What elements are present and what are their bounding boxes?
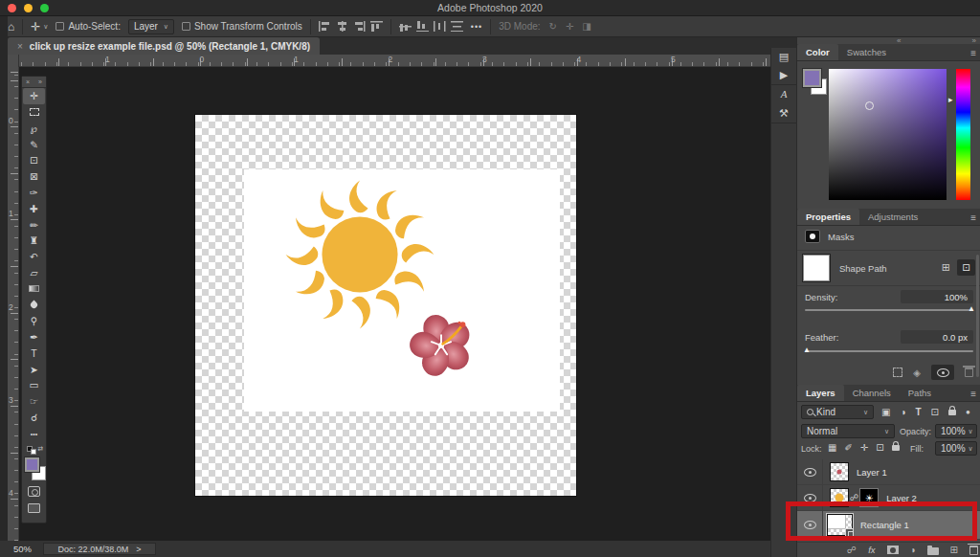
- quick-selection-tool[interactable]: ✎: [22, 136, 46, 152]
- density-slider-thumb[interactable]: ▲: [968, 304, 975, 313]
- link-layers-icon[interactable]: ☍: [847, 545, 857, 555]
- blend-mode-dropdown[interactable]: Normal ∨: [801, 424, 895, 438]
- lock-transparency-icon[interactable]: ▦: [828, 442, 836, 453]
- tab-adjustments[interactable]: Adjustments: [859, 209, 926, 225]
- delete-layer-icon[interactable]: [969, 546, 978, 555]
- 3d-orbit-icon[interactable]: ↻: [549, 21, 557, 32]
- current-tool-button[interactable]: ✛ ∨: [31, 21, 48, 33]
- zoom-level[interactable]: 50%: [13, 544, 32, 554]
- screen-mode-button[interactable]: [22, 500, 46, 516]
- filter-shape-layers-icon[interactable]: ⊡: [931, 407, 939, 417]
- tab-color[interactable]: Color: [797, 44, 838, 60]
- move-tool[interactable]: ✛: [23, 88, 45, 104]
- opacity-dropdown[interactable]: 100% ∨: [935, 424, 977, 438]
- auto-select-checkbox[interactable]: Auto-Select:: [56, 21, 120, 32]
- history-panel-icon[interactable]: ▤: [779, 51, 789, 63]
- new-adjustment-layer-icon[interactable]: ◑: [910, 545, 916, 555]
- expand-icon[interactable]: »: [38, 78, 42, 85]
- hand-tool[interactable]: ☞: [22, 393, 46, 410]
- tab-channels[interactable]: Channels: [844, 385, 900, 401]
- align-vertical-centers-icon[interactable]: [399, 21, 412, 32]
- new-layer-icon[interactable]: ⊞: [950, 545, 958, 555]
- lock-pixels-icon[interactable]: ✐: [844, 442, 852, 453]
- crop-tool[interactable]: ⊡: [22, 152, 46, 168]
- ruler-horizontal[interactable]: 1012345: [19, 55, 770, 67]
- lock-artboard-icon[interactable]: ⊡: [876, 442, 883, 453]
- home-icon[interactable]: ⌂: [8, 21, 14, 33]
- filter-type-layers-icon[interactable]: T: [916, 407, 922, 417]
- panel-menu-icon[interactable]: ≡: [970, 212, 976, 223]
- zoom-tool[interactable]: ☌: [22, 410, 46, 426]
- new-group-icon[interactable]: [927, 547, 939, 555]
- layer-style-icon[interactable]: fx: [868, 545, 875, 555]
- swap-colors-icon[interactable]: ⇄: [37, 445, 43, 453]
- filter-smart-objects-icon[interactable]: [948, 410, 956, 415]
- distribute-vertical-icon[interactable]: [451, 21, 463, 32]
- visibility-cell[interactable]: [797, 459, 823, 484]
- rectangle-tool[interactable]: ▭: [22, 377, 46, 393]
- history-brush-tool[interactable]: ↶: [22, 249, 46, 265]
- foreground-color-swatch[interactable]: [803, 69, 821, 87]
- distribute-horizontal-icon[interactable]: [434, 21, 446, 32]
- frame-tool[interactable]: ⊠: [22, 168, 46, 185]
- canvas-area[interactable]: [19, 67, 770, 541]
- align-options-more-button[interactable]: •••: [471, 22, 482, 32]
- add-mask-icon[interactable]: ⊞: [942, 261, 950, 274]
- default-colors-widget[interactable]: ⇄: [22, 444, 46, 456]
- feather-slider[interactable]: [805, 350, 973, 352]
- align-bottom-edges-icon[interactable]: [416, 21, 429, 32]
- show-transform-controls-checkbox[interactable]: Show Transform Controls: [182, 21, 302, 32]
- pen-tool[interactable]: ✒: [22, 329, 46, 345]
- eraser-tool[interactable]: ▱: [22, 265, 46, 281]
- dodge-tool[interactable]: ⚲: [22, 313, 46, 329]
- 3d-pan-icon[interactable]: ✛: [566, 21, 573, 32]
- feather-slider-thumb[interactable]: ▲: [803, 345, 811, 354]
- tab-properties[interactable]: Properties: [797, 209, 859, 225]
- brush-tool[interactable]: ✏: [22, 216, 46, 233]
- layer-1-thumbnail[interactable]: [830, 462, 849, 481]
- foreground-color-swatch[interactable]: [25, 457, 39, 472]
- hue-pointer-icon[interactable]: ▸: [948, 95, 953, 104]
- tool-presets-panel-icon[interactable]: ⚒: [779, 107, 789, 120]
- rectangular-marquee-tool[interactable]: [22, 104, 46, 121]
- density-value[interactable]: 100%: [901, 290, 973, 303]
- healing-brush-tool[interactable]: ✚: [22, 201, 46, 217]
- blur-tool[interactable]: [22, 297, 46, 313]
- tab-swatches[interactable]: Swatches: [838, 44, 895, 60]
- filter-pixel-layers-icon[interactable]: ▣: [881, 407, 890, 417]
- shape-path-thumbnail[interactable]: [803, 255, 830, 281]
- 3d-camera-icon[interactable]: ◨: [582, 21, 590, 32]
- eyedropper-tool[interactable]: ✑: [22, 185, 46, 201]
- layer-name[interactable]: Layer 1: [857, 467, 887, 478]
- close-tab-icon[interactable]: ×: [17, 41, 23, 52]
- hue-slider[interactable]: [956, 69, 970, 200]
- quick-mask-mode-button[interactable]: [22, 484, 46, 501]
- tab-layers[interactable]: Layers: [797, 385, 844, 401]
- lock-position-icon[interactable]: ✛: [860, 442, 868, 453]
- align-left-edges-icon[interactable]: [319, 21, 331, 32]
- filter-toggle-icon[interactable]: ●: [966, 408, 970, 416]
- clone-stamp-tool[interactable]: ♜: [22, 233, 46, 249]
- close-icon[interactable]: ×: [26, 78, 30, 85]
- type-tool[interactable]: T: [22, 345, 46, 362]
- tab-paths[interactable]: Paths: [900, 385, 940, 401]
- add-layer-mask-icon[interactable]: [887, 546, 899, 554]
- gradient-tool[interactable]: [22, 281, 46, 298]
- kind-filter-dropdown[interactable]: Kind ∨: [801, 405, 874, 419]
- align-right-edges-icon[interactable]: [353, 21, 366, 32]
- color-field[interactable]: [829, 69, 947, 200]
- edit-toolbar[interactable]: •••: [22, 426, 46, 442]
- character-panel-icon[interactable]: A: [781, 88, 788, 100]
- color-cursor[interactable]: [865, 101, 874, 110]
- vector-mask-button[interactable]: ⊡: [957, 259, 975, 276]
- density-slider[interactable]: [805, 309, 973, 311]
- path-selection-tool[interactable]: ➤: [22, 362, 46, 378]
- align-top-edges-icon[interactable]: [370, 21, 383, 32]
- lock-all-icon[interactable]: [892, 445, 900, 451]
- apply-mask-icon[interactable]: ◈: [913, 368, 921, 378]
- actions-panel-icon[interactable]: ▶: [780, 69, 788, 81]
- status-chevron-icon[interactable]: >: [136, 545, 141, 554]
- properties-scrollbar[interactable]: [976, 255, 979, 377]
- load-selection-icon[interactable]: [893, 368, 902, 377]
- document-size-field[interactable]: Doc: 22.0M/38.0M >: [43, 543, 156, 555]
